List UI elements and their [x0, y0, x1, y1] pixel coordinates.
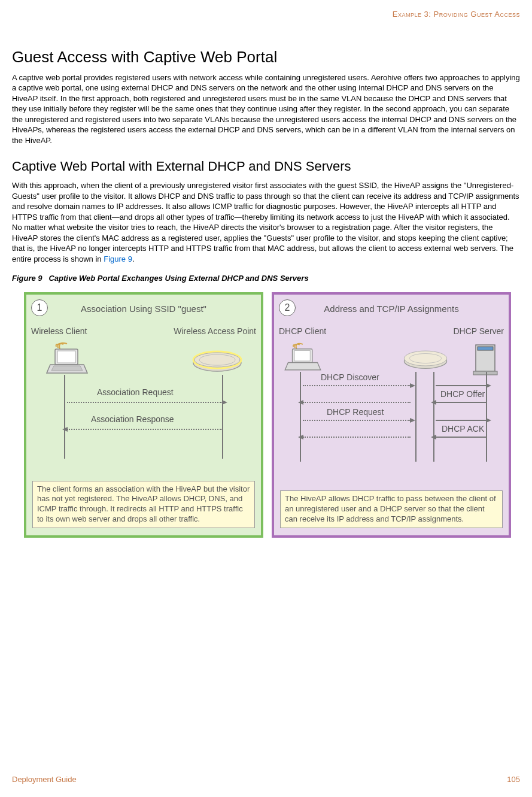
figure-9-diagrams: 1 Association Using SSID "guest" Wireles…	[24, 292, 520, 538]
panel2-title: Address and TCP/IP Assignments	[279, 303, 504, 315]
wireless-client-label: Wireless Client	[31, 326, 87, 337]
dhcp-offer-arrow-right	[436, 402, 487, 403]
laptop-icon	[282, 342, 324, 375]
assoc-request-arrow	[67, 402, 223, 403]
dhcp-client-label: DHCP Client	[279, 326, 326, 337]
timeline-client	[300, 372, 301, 462]
timeline-ap-right	[433, 372, 434, 462]
svg-point-4	[194, 353, 240, 367]
dhcp-request-label: DHCP Request	[327, 407, 384, 418]
dhcp-request-arrow-right	[436, 420, 487, 421]
figure-number: Figure 9	[12, 274, 42, 283]
assoc-request-label: Association Request	[97, 387, 174, 398]
svg-rect-1	[57, 351, 75, 363]
dhcp-discover-arrow-right	[436, 385, 487, 386]
timeline-ap-left	[415, 372, 417, 462]
panel2-diagram: DHCP Discover DHCP Offer DHCP Request DH…	[279, 342, 504, 462]
p2-text-a: With this approach, when the client of a…	[12, 181, 519, 263]
panel1-top-labels: Wireless Client Wireless Access Point	[31, 326, 256, 337]
assoc-response-label: Association Response	[91, 414, 174, 425]
assoc-response-arrow	[67, 429, 223, 430]
page-title-h1: Guest Access with Captive Web Portal	[12, 47, 520, 68]
panel2-top-labels: DHCP Client DHCP Server	[279, 326, 504, 337]
panel-number-badge: 2	[279, 299, 296, 316]
svg-rect-7	[294, 351, 310, 362]
svg-rect-13	[473, 371, 497, 375]
chapter-header: Example 3: Providing Guest Access	[12, 9, 520, 20]
panel-association: 1 Association Using SSID "guest" Wireles…	[24, 292, 263, 538]
panel1-note: The client forms an association with the…	[32, 481, 255, 529]
figure-title: Captive Web Portal Exchanges Using Exter…	[48, 274, 308, 283]
dhcp-request-arrow-left	[303, 420, 411, 421]
dhcp-server-label: DHCP Server	[453, 326, 504, 337]
dhcp-ack-arrow-left	[303, 437, 411, 438]
dhcp-offer-label: DHCP Offer	[440, 389, 485, 400]
panel1-diagram: Association Request Association Response	[31, 342, 256, 462]
timeline-right	[222, 375, 223, 459]
dhcp-discover-label: DHCP Discover	[321, 372, 379, 383]
timeline-left	[64, 375, 65, 459]
panel-number-badge: 1	[31, 299, 48, 316]
dhcp-ack-label: DHCP ACK	[442, 423, 484, 435]
svg-point-9	[404, 351, 446, 366]
section-title-h2: Captive Web Portal with External DHCP an…	[12, 157, 520, 175]
section-paragraph: With this approach, when the client of a…	[12, 180, 520, 264]
access-point-icon	[190, 345, 244, 375]
figure-link[interactable]: Figure 9	[104, 254, 132, 263]
dhcp-ack-arrow-right	[436, 437, 487, 438]
dhcp-discover-arrow-left	[303, 385, 411, 386]
intro-paragraph: A captive web portal provides registered…	[12, 72, 520, 146]
access-point-icon	[402, 345, 449, 372]
svg-rect-12	[478, 347, 493, 350]
panel1-title: Association Using SSID "guest"	[31, 303, 256, 315]
panel-dhcp: 2 Address and TCP/IP Assignments DHCP Cl…	[272, 292, 511, 538]
panel2-note: The HiveAP allows DHCP traffic to pass b…	[280, 490, 503, 528]
p2-text-b: .	[132, 254, 135, 263]
dhcp-offer-arrow-left	[303, 402, 411, 403]
laptop-icon	[43, 342, 91, 378]
figure-caption: Figure 9 Captive Web Portal Exchanges Us…	[12, 273, 520, 284]
wireless-ap-label: Wireless Access Point	[174, 326, 256, 337]
